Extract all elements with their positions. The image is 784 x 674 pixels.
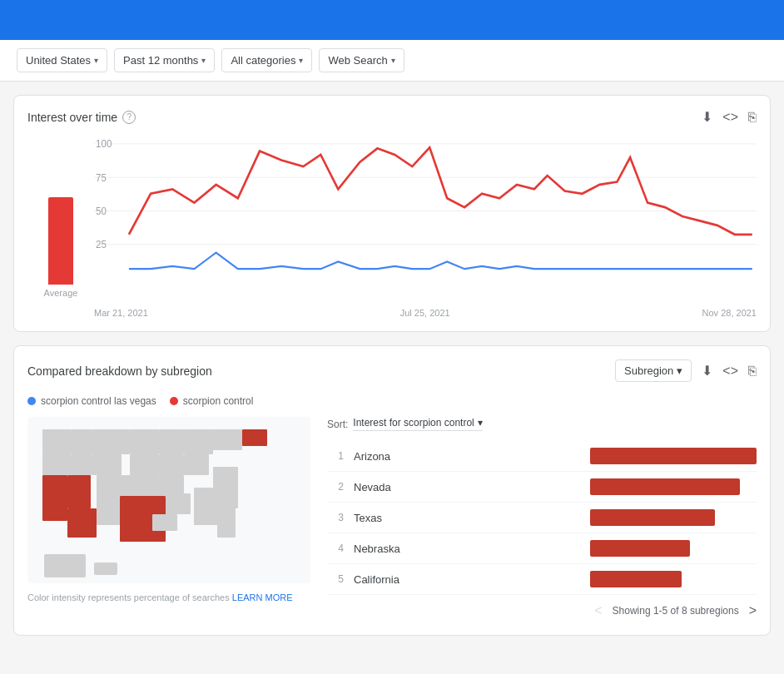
subregion-share-icon[interactable]: ⎘ <box>748 364 757 379</box>
category-chevron: ▾ <box>299 56 303 65</box>
average-bar-area: Average <box>27 135 94 318</box>
subregion-embed-icon[interactable]: <> <box>722 364 738 379</box>
svg-rect-36 <box>166 493 191 514</box>
search-type-filter[interactable]: Web Search ▾ <box>319 48 404 72</box>
svg-rect-39 <box>194 488 217 508</box>
svg-rect-23 <box>184 454 209 475</box>
svg-rect-13 <box>72 454 92 475</box>
svg-rect-25 <box>242 429 267 446</box>
subregion-content: Color intensity represents percentage of… <box>27 417 757 622</box>
rank-1-name: Arizona <box>354 450 580 463</box>
map-note-text: Color intensity represents percentage of… <box>27 592 230 602</box>
trend-chart: 100 75 50 25 <box>94 135 757 298</box>
rank-4-name: Nebraska <box>354 543 580 555</box>
rank-1-bar <box>590 448 757 464</box>
rank-3-name: Texas <box>354 512 580 524</box>
svg-rect-38 <box>217 508 236 538</box>
rankings-area: Sort: Interest for scorpion control ▾ 1 … <box>327 417 757 622</box>
country-label: United States <box>26 54 91 67</box>
help-icon[interactable]: ? <box>122 111 136 124</box>
svg-rect-40 <box>44 554 86 577</box>
subregion-title: Compared breakdown by subregion <box>27 364 212 378</box>
ranking-row: 5 California <box>327 564 757 595</box>
rank-5-num: 5 <box>327 573 344 585</box>
legend-label-blue: scorpion control las vegas <box>41 395 156 407</box>
svg-text:100: 100 <box>96 138 112 149</box>
subregion-dropdown[interactable]: Subregion ▾ <box>615 359 692 382</box>
svg-rect-41 <box>94 562 117 575</box>
download-icon[interactable]: ⬇ <box>702 109 712 125</box>
svg-rect-22 <box>184 429 213 454</box>
rank-1-bar-container <box>590 448 757 464</box>
next-arrow[interactable]: > <box>749 603 757 618</box>
subregion-card: Compared breakdown by subregion Subregio… <box>13 345 771 636</box>
category-label: All categories <box>231 54 295 67</box>
rank-2-bar <box>590 478 740 495</box>
rank-5-bar <box>590 571 682 587</box>
timeframe-filter[interactable]: Past 12 months ▾ <box>114 48 215 72</box>
legend: scorpion control las vegas scorpion cont… <box>27 395 757 407</box>
blue-trend-line <box>129 253 752 270</box>
svg-rect-20 <box>159 454 184 475</box>
svg-rect-37 <box>152 514 177 531</box>
avg-bar-container <box>48 151 73 285</box>
share-icon[interactable]: ⎘ <box>748 110 757 125</box>
sort-chevron: ▾ <box>478 417 483 429</box>
legend-dot-red <box>170 397 178 405</box>
embed-icon[interactable]: <> <box>722 110 738 125</box>
x-label-2: Jul 25, 2021 <box>400 308 450 318</box>
svg-rect-17 <box>130 454 159 475</box>
interest-over-time-card: Interest over time ? ⬇ <> ⎘ Average <box>13 95 771 332</box>
rank-3-num: 3 <box>327 512 344 523</box>
chart-main: 100 75 50 25 Mar 21, 2021 Jul 25, 2021 N… <box>94 135 757 318</box>
ranking-row: 3 Texas <box>327 503 757 533</box>
interest-title-group: Interest over time ? <box>27 111 136 124</box>
country-filter[interactable]: United States ▾ <box>17 48 107 72</box>
svg-rect-26 <box>213 467 238 488</box>
timeframe-label: Past 12 months <box>123 54 198 67</box>
svg-rect-10 <box>42 429 72 454</box>
svg-rect-14 <box>92 429 130 454</box>
map-area: Color intensity represents percentage of… <box>27 417 310 622</box>
subregion-download-icon[interactable]: ⬇ <box>702 363 712 379</box>
chart-container: Average 100 75 50 25 Mar 21, 2 <box>27 135 757 318</box>
rank-4-num: 4 <box>327 543 344 554</box>
rank-4-bar-container <box>590 540 757 557</box>
svg-text:25: 25 <box>96 239 107 250</box>
search-type-chevron: ▾ <box>391 56 395 65</box>
map-note: Color intensity represents percentage of… <box>27 592 310 602</box>
rank-4-bar <box>590 540 690 557</box>
rank-2-num: 2 <box>327 481 344 493</box>
interest-header: Interest over time ? ⬇ <> ⎘ <box>27 109 757 125</box>
rank-2-name: Nevada <box>354 481 580 493</box>
category-filter[interactable]: All categories ▾ <box>221 48 312 72</box>
legend-dot-blue <box>27 397 36 405</box>
sort-bar: Sort: Interest for scorpion control ▾ <box>327 417 757 431</box>
x-label-3: Nov 28, 2021 <box>702 308 757 318</box>
sort-dropdown[interactable]: Interest for scorpion control ▾ <box>353 417 482 431</box>
pagination-text: Showing 1-5 of 8 subregions <box>613 605 739 617</box>
red-trend-line <box>129 147 752 235</box>
rank-5-name: California <box>354 573 580 586</box>
rank-5-bar-container <box>590 571 757 587</box>
avg-label: Average <box>44 288 78 298</box>
country-chevron: ▾ <box>94 56 98 65</box>
ranking-row: 2 Nevada <box>327 472 757 503</box>
x-axis-labels: Mar 21, 2021 Jul 25, 2021 Nov 28, 2021 <box>94 308 757 318</box>
legend-item-red: scorpion control <box>170 395 254 407</box>
filter-bar: United States ▾ Past 12 months ▾ All cat… <box>0 40 784 82</box>
svg-rect-29 <box>42 475 67 521</box>
ranking-row: 4 Nebraska <box>327 533 757 564</box>
pagination: < Showing 1-5 of 8 subregions > <box>327 595 757 622</box>
rank-3-bar-container <box>590 509 757 526</box>
prev-arrow[interactable]: < <box>594 603 602 618</box>
learn-more-link[interactable]: LEARN MORE <box>232 592 293 602</box>
sort-label: Sort: <box>327 419 348 430</box>
svg-text:75: 75 <box>96 171 107 182</box>
svg-rect-15 <box>92 454 122 475</box>
top-bar <box>0 0 784 40</box>
svg-rect-35 <box>120 475 166 496</box>
rank-3-bar <box>590 509 715 526</box>
subregion-header: Compared breakdown by subregion Subregio… <box>27 359 757 382</box>
svg-rect-32 <box>97 496 120 525</box>
